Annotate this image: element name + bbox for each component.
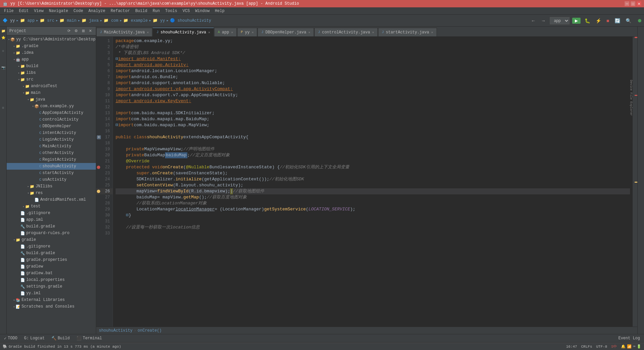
tree-item-test[interactable]: ▸ 📁 test	[7, 203, 96, 210]
project-gear-btn[interactable]: ⚙	[73, 28, 79, 34]
menu-help[interactable]: Help	[212, 7, 227, 14]
app-selector[interactable]: app	[550, 17, 570, 24]
tree-item-shouhuActivity[interactable]: ▸ C shouhuActivity	[7, 163, 96, 170]
project-close-btn[interactable]: ✕	[88, 28, 93, 34]
back-button[interactable]: ←	[530, 17, 537, 24]
project-icon[interactable]: 📁	[0, 28, 6, 34]
tab-shouhuActivity[interactable]: J shouhuActivity.java ✕	[153, 28, 214, 36]
tree-item-JNIlibs[interactable]: ▸ 📁 JNIlibs	[7, 183, 96, 190]
tree-item-gradlew-bat[interactable]: ▸ 📄 gradlew.bat	[7, 270, 96, 277]
tree-item-scratches[interactable]: ▸ 📝 Scratches and Consoles	[7, 303, 96, 310]
menu-navigate[interactable]: Navigate	[46, 7, 71, 14]
tree-item-AndroidManifest[interactable]: ▸ 📄 AndroidManifest.xml	[7, 196, 96, 203]
tab-app[interactable]: A app ✕	[214, 28, 237, 36]
tree-item-package[interactable]: ▾ 📦 com.example.yy	[7, 103, 96, 110]
tree-item-AppCompatActivity[interactable]: ▸ C AppCompatActivity	[7, 110, 96, 116]
tree-item-src[interactable]: ▾ 📁 src	[7, 76, 96, 83]
tree-item-DBOpenHelper[interactable]: ▸ C DBOpenHelper	[7, 123, 96, 130]
search-button[interactable]: 🔍	[624, 17, 633, 24]
tree-item-build-gradle-root[interactable]: ▸ 🔧 build.gradle	[7, 250, 96, 256]
menu-tools[interactable]: Tools	[163, 7, 180, 14]
tree-item-usActivity[interactable]: ▸ C usActivity	[7, 176, 96, 183]
tree-item-settings-gradle[interactable]: ▸ 🔧 settings.gradle	[7, 283, 96, 290]
tree-item-local-properties[interactable]: ▸ 📄 local.properties	[7, 277, 96, 283]
tree-item-intentActivity[interactable]: ▸ C intentActivity	[7, 130, 96, 136]
tab-startActivity[interactable]: J startActivity.java ✕	[378, 28, 437, 36]
tab-MainActivity[interactable]: J MainActivity.java ✕	[96, 28, 152, 36]
build-button[interactable]: 🔨 Build	[50, 335, 71, 342]
tree-item-gradle-dir[interactable]: ▾ 📁 gradle	[7, 236, 96, 243]
forward-button[interactable]: →	[540, 17, 547, 24]
tab-controlActivity[interactable]: J controlActivity.java ✕	[314, 28, 378, 36]
minimize-button[interactable]: ─	[625, 1, 629, 6]
tree-item-build[interactable]: ▸ 📁 build	[7, 63, 96, 69]
debug-button[interactable]: 🐛	[583, 17, 592, 24]
maximize-button[interactable]: □	[631, 1, 635, 6]
tree-item-java[interactable]: ▾ 📁 java	[7, 96, 96, 103]
tree-item-startActivity[interactable]: ▸ C startActivity	[7, 170, 96, 176]
tree-item-res[interactable]: ▾ 📁 res	[7, 190, 96, 196]
tree-item-gradle-properties[interactable]: ▸ 📄 gradle.properties	[7, 256, 96, 263]
variants-icon[interactable]: ⚙	[0, 105, 6, 111]
tree-item-otherActivity[interactable]: ▸ C otherActivity	[7, 150, 96, 156]
menu-refactor[interactable]: Refactor	[108, 7, 133, 14]
run-button[interactable]: ▶	[572, 18, 581, 24]
stop-button[interactable]: ■	[605, 17, 611, 24]
tree-item-yy-iml[interactable]: ▸ 📄 yy.iml	[7, 290, 96, 297]
favorites-icon[interactable]: ⭐	[0, 35, 6, 41]
tab-close-start[interactable]: ✕	[431, 30, 433, 34]
menu-edit[interactable]: Edit	[16, 7, 31, 14]
structure-icon[interactable]: ≡	[0, 48, 6, 54]
menu-file[interactable]: File	[1, 7, 16, 14]
sync-button[interactable]: 🔄	[613, 17, 622, 24]
close-button[interactable]: ✕	[637, 1, 641, 6]
tree-item-gradlew[interactable]: ▸ 📄 gradlew	[7, 263, 96, 270]
tab-yy[interactable]: P yy ✕	[237, 28, 257, 36]
encoding[interactable]: UTF-8	[596, 345, 607, 349]
tree-item-gradle[interactable]: ▸ 📁 .gradle	[7, 43, 96, 49]
menu-analyze[interactable]: Analyze	[86, 7, 108, 14]
tab-close-yy[interactable]: ✕	[252, 30, 254, 34]
tree-item-libs[interactable]: ▸ 📁 libs	[7, 69, 96, 76]
event-log-button[interactable]: Event Log	[617, 335, 641, 341]
tree-item-controlActivity[interactable]: ▸ C controlActivity	[7, 116, 96, 123]
menu-code[interactable]: Code	[71, 7, 86, 14]
tree-item-app-iml[interactable]: ▸ 📄 app.iml	[7, 216, 96, 223]
tab-close-db[interactable]: ✕	[308, 30, 310, 34]
tree-item-gitignore-app[interactable]: ▸ 📄 .gitignore	[7, 210, 96, 216]
tree-item-proguard[interactable]: ▸ 📄 proguard-rules.pro	[7, 230, 96, 236]
line-ending[interactable]: CRLFs	[581, 345, 592, 349]
todo-button[interactable]: ✓ TODO	[3, 335, 19, 342]
database-icon[interactable]: Device File Explorer	[628, 84, 634, 111]
tree-item-gitignore-root[interactable]: ▸ 📄 .gitignore	[7, 243, 96, 250]
tree-item-androidtest[interactable]: ▸ 📁 androidTest	[7, 83, 96, 90]
breadcrumb-class[interactable]: shouhuActivity	[99, 328, 133, 333]
tree-item-external-libraries[interactable]: ▸ 📚 External Libraries	[7, 297, 96, 303]
tree-item-MainActivity[interactable]: ▸ C MainActivity	[7, 143, 96, 150]
tree-item-root[interactable]: ▾ 📦 yy C:\Users\Administrator\Desktop\yy	[7, 36, 96, 43]
tab-close-app[interactable]: ✕	[231, 30, 233, 34]
tree-item-RegistActivity[interactable]: ▸ C RegistActivity	[7, 156, 96, 163]
project-expand-btn[interactable]: ⊞	[80, 28, 86, 34]
title-controls[interactable]: ─ □ ✕	[625, 1, 641, 6]
tree-item-app[interactable]: ▾ 🤖 app	[7, 56, 96, 63]
logcat-button[interactable]: G: Logcat	[23, 335, 46, 341]
tab-DBOpenHelper[interactable]: J DBOpenHelper.java ✕	[258, 28, 314, 36]
tab-close-main[interactable]: ✕	[147, 30, 149, 34]
terminal-button[interactable]: ⬛ Terminal	[75, 335, 104, 342]
tree-item-LoginActivity[interactable]: ▸ C LoginActivity	[7, 136, 96, 143]
tree-item-build-gradle-app[interactable]: ▸ 🔧 build.gradle	[7, 223, 96, 230]
tree-item-main[interactable]: ▾ 📁 main	[7, 90, 96, 96]
tab-close-control[interactable]: ✕	[372, 30, 374, 34]
menu-build[interactable]: Build	[133, 7, 150, 14]
capture-icon[interactable]: 📷	[0, 65, 6, 71]
menu-run[interactable]: Run	[150, 7, 163, 14]
menu-vcs[interactable]: VCS	[180, 7, 193, 14]
menu-window[interactable]: Window	[192, 7, 212, 14]
cursor-position[interactable]: 16:47	[566, 345, 577, 349]
tab-close-shouhu[interactable]: ✕	[208, 30, 210, 34]
tree-item-idea[interactable]: ▸ 📁 .idea	[7, 49, 96, 56]
project-sync-btn[interactable]: ⟳	[66, 28, 72, 34]
code-content[interactable]: package com.example.yy; /*申请密钥 * 下载百度LBS…	[113, 37, 633, 327]
breadcrumb-method[interactable]: onCreate()	[138, 328, 162, 333]
